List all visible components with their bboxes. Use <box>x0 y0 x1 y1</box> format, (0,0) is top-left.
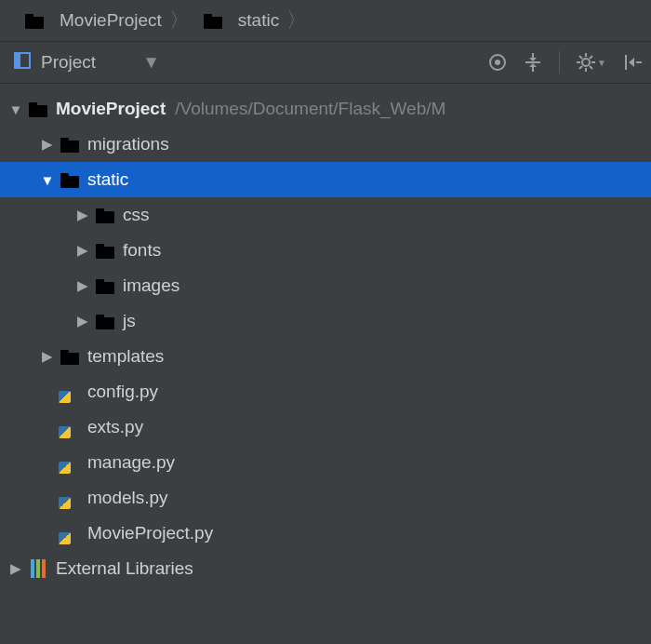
expand-arrow-icon[interactable]: ▶ <box>9 560 22 577</box>
python-file-icon <box>60 382 80 402</box>
chevron-down-icon: ▼ <box>142 52 160 73</box>
python-file-icon <box>60 488 80 508</box>
tree-node-fonts[interactable]: ▶ fonts <box>0 233 651 268</box>
tree-node-label: models.py <box>87 488 168 508</box>
tree-node-label: images <box>123 275 179 296</box>
expand-arrow-icon[interactable]: ▼ <box>41 172 54 188</box>
python-file-icon <box>60 452 80 473</box>
external-libraries-icon <box>28 559 48 578</box>
tree-node-label: migrations <box>87 134 169 154</box>
tree-node-css[interactable]: ▶ css <box>0 197 651 233</box>
breadcrumb: MovieProject 〉 static 〉 <box>0 0 651 42</box>
expand-arrow-icon[interactable]: ▶ <box>76 207 89 223</box>
chevron-right-icon: 〉 <box>285 7 309 34</box>
tree-node-migrations[interactable]: ▶ migrations <box>0 127 651 162</box>
tree-node-label: static <box>87 169 128 190</box>
tree-node-file-config[interactable]: config.py <box>0 374 651 409</box>
project-view-toolbar: Project ▼ ▼ <box>0 42 651 84</box>
expand-arrow-icon[interactable]: ▶ <box>76 277 89 294</box>
project-tree[interactable]: ▼ MovieProject /Volumes/Document/Flask_W… <box>0 84 651 586</box>
tree-node-templates[interactable]: ▶ templates <box>0 339 651 374</box>
folder-icon <box>60 171 80 188</box>
tree-node-images[interactable]: ▶ images <box>0 268 651 303</box>
collapse-all-button[interactable] <box>524 53 542 72</box>
folder-icon <box>203 12 223 29</box>
tree-node-label: fonts <box>123 240 161 261</box>
python-file-icon <box>60 417 80 437</box>
scroll-from-source-button[interactable] <box>488 53 507 72</box>
project-view-icon <box>13 51 32 74</box>
separator <box>559 51 560 74</box>
tree-node-static[interactable]: ▼ static <box>0 162 651 197</box>
folder-icon <box>95 207 115 223</box>
breadcrumb-item-root[interactable]: MovieProject <box>13 0 167 41</box>
tree-node-file-models[interactable]: models.py <box>0 480 651 516</box>
tree-node-file-movieproject[interactable]: MovieProject.py <box>0 516 651 551</box>
folder-icon <box>24 12 45 29</box>
tree-node-file-manage[interactable]: manage.py <box>0 445 651 480</box>
python-file-icon <box>60 523 80 543</box>
chevron-right-icon: 〉 <box>167 7 192 34</box>
tree-node-label: External Libraries <box>56 558 193 579</box>
tree-node-label: css <box>123 205 150 225</box>
folder-icon <box>95 242 115 259</box>
hide-tool-window-button[interactable] <box>623 53 642 72</box>
folder-icon <box>28 101 48 117</box>
breadcrumb-label: MovieProject <box>60 10 162 31</box>
tree-node-root[interactable]: ▼ MovieProject /Volumes/Document/Flask_W… <box>0 91 651 127</box>
tree-node-label: exts.py <box>87 417 143 437</box>
tree-node-label: templates <box>87 346 164 367</box>
breadcrumb-label: static <box>238 10 279 31</box>
view-selector-label: Project <box>41 52 96 73</box>
tree-node-file-exts[interactable]: exts.py <box>0 409 651 445</box>
folder-icon <box>95 277 115 294</box>
expand-arrow-icon[interactable]: ▶ <box>41 348 54 365</box>
tree-node-label: MovieProject.py <box>87 523 213 543</box>
chevron-down-icon: ▼ <box>597 58 606 68</box>
expand-arrow-icon[interactable]: ▶ <box>41 136 54 153</box>
expand-arrow-icon[interactable]: ▶ <box>76 242 89 259</box>
tree-node-label: config.py <box>87 382 158 402</box>
tree-node-path: /Volumes/Document/Flask_Web/M <box>175 99 445 119</box>
breadcrumb-item-static[interactable]: static <box>192 0 285 41</box>
settings-button[interactable]: ▼ <box>577 53 606 72</box>
expand-arrow-icon[interactable]: ▼ <box>9 101 22 117</box>
tree-node-external-libraries[interactable]: ▶ External Libraries <box>0 551 651 586</box>
expand-arrow-icon[interactable]: ▶ <box>76 313 89 329</box>
folder-icon <box>60 136 80 153</box>
folder-icon <box>60 348 80 365</box>
tree-node-label: manage.py <box>87 452 175 473</box>
folder-icon <box>95 313 115 329</box>
tree-node-js[interactable]: ▶ js <box>0 303 651 339</box>
view-selector[interactable]: Project ▼ <box>13 51 160 74</box>
tree-node-label: MovieProject <box>56 99 166 119</box>
tree-node-label: js <box>123 311 136 331</box>
